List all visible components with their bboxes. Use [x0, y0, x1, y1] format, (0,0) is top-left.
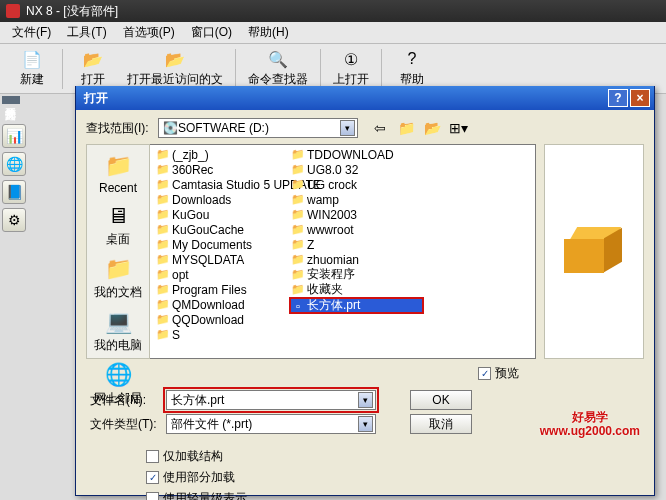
- tool-new[interactable]: 📄新建: [6, 46, 58, 92]
- file-item-selected[interactable]: ▫长方体.prt: [289, 297, 424, 314]
- menu-tools[interactable]: 工具(T): [59, 24, 114, 41]
- folder-item[interactable]: 📁Program Files: [154, 282, 289, 297]
- menu-help[interactable]: 帮助(H): [240, 24, 297, 41]
- cancel-button[interactable]: 取消: [410, 414, 472, 434]
- tool-recent[interactable]: 📂打开最近访问的文: [119, 46, 231, 92]
- folder-item[interactable]: 📁WIN2003: [289, 207, 424, 222]
- menubar: 文件(F) 工具(T) 首选项(P) 窗口(O) 帮助(H): [0, 22, 666, 44]
- ok-button[interactable]: OK: [410, 390, 472, 410]
- network-icon: 🌐: [102, 360, 134, 390]
- folder-item[interactable]: 📁KuGou: [154, 207, 289, 222]
- mycomp-icon: 💻: [102, 307, 134, 337]
- tool-finder[interactable]: 🔍命令查找器: [240, 46, 316, 92]
- folder-icon: 📁: [291, 223, 305, 237]
- folder-item[interactable]: 📁KuGouCache: [154, 222, 289, 237]
- menu-window[interactable]: 窗口(O): [183, 24, 240, 41]
- open-icon: 📂: [83, 49, 103, 69]
- folder-item[interactable]: 📁Camtasia Studio 5 UPDATE: [154, 177, 289, 192]
- separator: [381, 49, 382, 89]
- place-mydocs[interactable]: 📁我的文档: [94, 252, 142, 303]
- folder-icon: 📁: [291, 268, 305, 282]
- viewmenu-icon[interactable]: ⊞▾: [448, 119, 468, 137]
- folder-item[interactable]: 📁Downloads: [154, 192, 289, 207]
- folder-icon: 📁: [156, 163, 170, 177]
- up-icon[interactable]: 📁: [396, 119, 416, 137]
- filename-value: 长方体.prt: [171, 392, 358, 409]
- folder-item[interactable]: 📁MYSQLDATA: [154, 252, 289, 267]
- opt-partial-load[interactable]: ✓使用部分加载: [146, 469, 644, 486]
- folder-icon: 📁: [156, 328, 170, 342]
- chevron-down-icon: ▾: [340, 120, 355, 136]
- file-list[interactable]: 📁(_zjb_)📁360Rec📁Camtasia Studio 5 UPDATE…: [150, 144, 536, 359]
- filename-field[interactable]: 长方体.prt ▾: [166, 390, 376, 410]
- folder-icon: 📁: [156, 223, 170, 237]
- folder-item[interactable]: 📁UG8.0 32: [289, 162, 424, 177]
- lookin-dropdown[interactable]: 💽 SOFTWARE (D:) ▾: [158, 118, 358, 138]
- filename-label: 文件名(N):: [86, 392, 166, 409]
- tool-iopen[interactable]: ①上打开: [325, 46, 377, 92]
- filetype-label: 文件类型(T):: [86, 416, 166, 433]
- nav-icons: ⇦ 📁 📂 ⊞▾: [370, 119, 468, 137]
- folder-icon: 📁: [156, 238, 170, 252]
- drive-icon: 💽: [163, 121, 178, 135]
- place-mycomp[interactable]: 💻我的电脑: [94, 305, 142, 356]
- folder-item[interactable]: 📁My Documents: [154, 237, 289, 252]
- folder-item[interactable]: 📁wwwroot: [289, 222, 424, 237]
- tool-open[interactable]: 📂打开: [67, 46, 119, 92]
- chevron-down-icon: ▾: [358, 392, 373, 408]
- preview-checkbox[interactable]: ✓: [478, 367, 491, 380]
- menu-prefs[interactable]: 首选项(P): [115, 24, 183, 41]
- side-icon4[interactable]: ⚙: [2, 208, 26, 232]
- desktop-icon: 🖥: [102, 201, 134, 231]
- folder-icon: 📁: [156, 178, 170, 192]
- dialog-help-button[interactable]: ?: [608, 89, 628, 107]
- place-desktop[interactable]: 🖥桌面: [102, 199, 134, 250]
- dialog-close-button[interactable]: ×: [630, 89, 650, 107]
- folder-item[interactable]: 📁(_zjb_): [154, 147, 289, 162]
- side-icon2[interactable]: 🌐: [2, 152, 26, 176]
- newfolder-icon[interactable]: 📂: [422, 119, 442, 137]
- folder-item[interactable]: 📁QQDownload: [154, 312, 289, 327]
- folder-item[interactable]: 📁UG crock: [289, 177, 424, 192]
- place-recent[interactable]: 📁Recent: [99, 149, 137, 197]
- back-icon[interactable]: ⇦: [370, 119, 390, 137]
- side-label: 选择要打开的文: [2, 96, 20, 104]
- side-icon1[interactable]: 📊: [2, 124, 26, 148]
- side-strip: 📊 🌐 📘 ⚙: [0, 120, 28, 236]
- opt-lightweight[interactable]: 使用轻量级表示: [146, 490, 644, 500]
- folder-item[interactable]: 📁wamp: [289, 192, 424, 207]
- folder-item[interactable]: 📁zhuomian: [289, 252, 424, 267]
- folder-icon: 📁: [156, 148, 170, 162]
- places-bar: 📁Recent 🖥桌面 📁我的文档 💻我的电脑 🌐网上邻居: [86, 144, 150, 359]
- folder-icon: 📁: [156, 208, 170, 222]
- lookin-value: SOFTWARE (D:): [178, 121, 340, 135]
- folder-item[interactable]: 📁TDDOWNLOAD: [289, 147, 424, 162]
- folder-item[interactable]: 📁QMDownload: [154, 297, 289, 312]
- help-icon: ?: [402, 49, 422, 69]
- folder-item[interactable]: 📁Z: [289, 237, 424, 252]
- folder-icon: 📁: [291, 208, 305, 222]
- side-icon3[interactable]: 📘: [2, 180, 26, 204]
- folder-icon: 📁: [291, 148, 305, 162]
- mydocs-icon: 📁: [102, 254, 134, 284]
- filetype-value: 部件文件 (*.prt): [171, 416, 358, 433]
- folder-item[interactable]: 📁安装程序: [289, 267, 424, 282]
- preview-thumbnail: [564, 227, 624, 277]
- separator: [320, 49, 321, 89]
- folder-icon: 📁: [156, 298, 170, 312]
- preview-pane: [544, 144, 644, 359]
- app-title: NX 8 - [没有部件]: [26, 3, 118, 20]
- opt-load-structure[interactable]: 仅加载结构: [146, 448, 644, 465]
- menu-file[interactable]: 文件(F): [4, 24, 59, 41]
- folder-item[interactable]: 📁收藏夹: [289, 282, 424, 297]
- options-group: 仅加载结构 ✓使用部分加载 使用轻量级表示 选项...: [86, 448, 644, 500]
- filetype-dropdown[interactable]: 部件文件 (*.prt) ▾: [166, 414, 376, 434]
- folder-item[interactable]: 📁opt: [154, 267, 289, 282]
- folder-icon: 📁: [156, 283, 170, 297]
- tool-help[interactable]: ?帮助: [386, 46, 438, 92]
- folder-item[interactable]: 📁S: [154, 327, 289, 342]
- folder-item[interactable]: 📁360Rec: [154, 162, 289, 177]
- folder-icon: 📁: [156, 268, 170, 282]
- dialog-title: 打开: [80, 90, 606, 107]
- separator: [235, 49, 236, 89]
